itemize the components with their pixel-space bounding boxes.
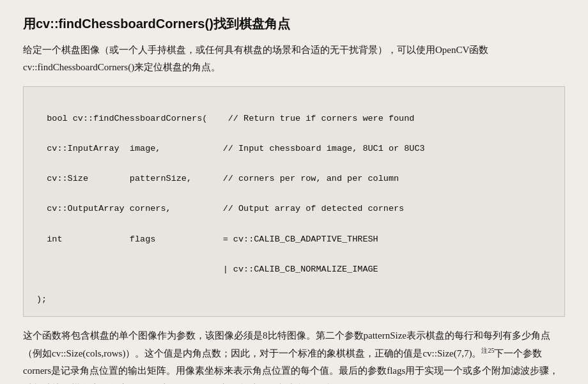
code-line-4: cv::OutputArray corners, // Output array… (36, 204, 404, 213)
code-line-6: | cv::CALIB_CB_NORMALIZE_IMAGE (36, 265, 378, 274)
code-line-2: cv::InputArray image, // Input chessboar… (36, 144, 425, 153)
code-line-1: bool cv::findChessboardCorners( // Retur… (47, 114, 414, 123)
code-block: bool cv::findChessboardCorners( // Retur… (23, 86, 565, 317)
intro-text: 给定一个棋盘图像（或一个人手持棋盘，或任何具有棋盘的场景和合适的无干扰背景），可… (23, 42, 565, 76)
code-line-5: int flags = cv::CALIB_CB_ADAPTIVE_THRESH (36, 234, 378, 244)
body-text-1: 这个函数将包含棋盘的单个图像作为参数，该图像必须是8比特图像。第二个参数patt… (23, 327, 565, 384)
page-title: 用cv::findChessboardCorners()找到棋盘角点 (23, 15, 565, 33)
code-line-7: ); (36, 295, 47, 304)
code-line-3: cv::Size patternSize, // corners per row… (36, 174, 399, 183)
footnote: 注25 (481, 347, 494, 354)
